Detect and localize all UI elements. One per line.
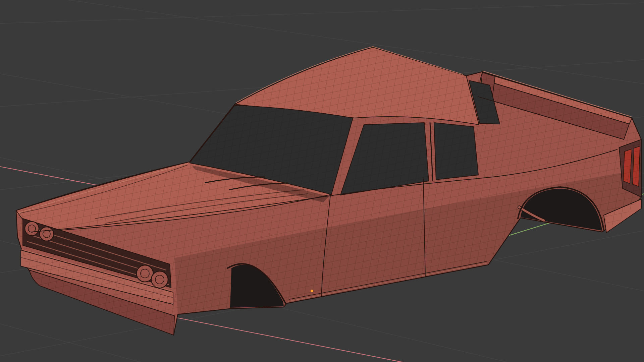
object-origin-dot bbox=[311, 290, 313, 292]
3d-viewport[interactable] bbox=[0, 0, 644, 362]
